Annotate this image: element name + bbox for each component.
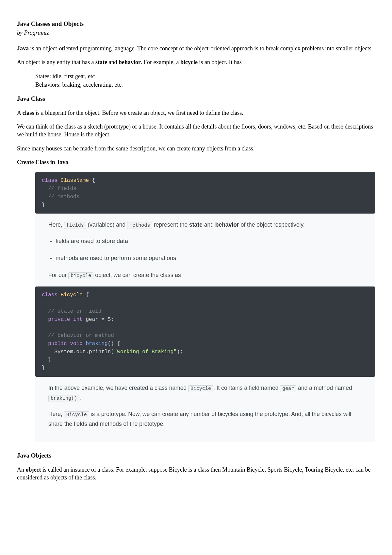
java-class-p2: We can think of the class as a sketch (p… (17, 123, 375, 139)
code1-kw: class (42, 178, 57, 183)
panel1-behavior: behavior (215, 221, 239, 228)
panel-list: fields are used to store data methods ar… (48, 236, 362, 263)
panel1-a: Here, (48, 221, 64, 228)
states-behaviors-block: States: idle, first gear, etc Behaviors:… (35, 72, 375, 89)
panel1-p: Here, fields (variables) and methods rep… (48, 220, 362, 230)
panel2-p: For our bicycle object, we can create th… (48, 270, 362, 280)
states-line: States: idle, first gear, etc (35, 72, 375, 80)
c2-l8: } (42, 357, 51, 363)
inline-code-gear: gear (280, 385, 296, 392)
intro-p2-b: . For example, a (141, 59, 180, 65)
inline-code-methods: methods (127, 222, 152, 229)
panel2-b: object, we can create the class as (93, 272, 181, 278)
object-bold: object (26, 466, 41, 473)
code1-cls: ClassName (57, 178, 92, 183)
inline-code-bicycle: bicycle (68, 272, 93, 279)
panel3-p: In the above example, we have created a … (48, 383, 362, 403)
inline-code-bicycle3: Bicycle (64, 411, 89, 418)
tutorial-panel: class ClassName { // fields // methods }… (35, 172, 375, 442)
java-class-heading: Java Class (17, 95, 375, 103)
intro-paragraph-2: An object is any entity that has a state… (17, 58, 375, 66)
code1-open: { (92, 178, 95, 183)
intro-p2-c: is an object. It has (198, 59, 242, 65)
doc-byline: by Programiz (17, 29, 375, 37)
bicycle-bold: bicycle (180, 59, 198, 65)
behavior-bold: behavior (119, 59, 141, 65)
create-class-heading: Create Class in Java (17, 158, 375, 166)
c2-l1-cls: Bicycle (57, 292, 86, 298)
state-bold: state (95, 59, 107, 65)
java-bold: Java (17, 45, 29, 52)
code1-c2: // methods (42, 194, 79, 200)
list-item-fields: fields are used to store data (56, 236, 362, 246)
c2-l9: } (42, 365, 45, 371)
java-class-p1: A class is a blueprint for the object. B… (17, 109, 375, 117)
code1-close: } (42, 202, 45, 208)
c2-c1: // state or field (42, 308, 101, 314)
c2-l3-rest: gear = 5; (83, 317, 114, 322)
panel1-state: state (189, 221, 203, 228)
c2-l7-str: "Working of Braking" (114, 349, 177, 355)
panel4-p: Here, Bicycle is a prototype. Now, we ca… (48, 409, 362, 429)
document-page: Java Classes and Objects by Programiz Ja… (0, 0, 392, 555)
intro-paragraph-1: Java is an object-oriented programming l… (17, 44, 375, 52)
code-block-1: class ClassName { // fields // methods } (35, 172, 375, 214)
c2-l6-kw1: public (42, 341, 67, 347)
intro-p2-a: An object is any entity that has a (17, 59, 95, 65)
doc-title: Java Classes and Objects (17, 20, 375, 28)
panel4-b: is a prototype. Now, we can create any n… (48, 411, 351, 427)
panel3-a: In the above example, we have created a … (48, 385, 188, 391)
panel1-d: and (203, 221, 215, 228)
panel4-a: Here, (48, 411, 64, 417)
java-class-p3: Since many houses can be made from the s… (17, 145, 375, 152)
inline-code-braking: braking() (48, 395, 79, 402)
java-objects-p1: An object is called an instance of a cla… (17, 466, 375, 482)
java-objects-heading: Java Objects (17, 451, 375, 460)
jc-p1-a: A (17, 110, 23, 116)
panel3-b: . It contains a field named (213, 385, 280, 391)
c2-l6-kw2: void (67, 341, 83, 347)
c2-l7-a: System.out.println( (42, 349, 114, 355)
c2-l6-fn: braking (83, 341, 108, 347)
panel3-c: and a method named (296, 385, 352, 391)
c2-l3-kw1: private (42, 317, 70, 322)
panel1-c: represent the (152, 221, 189, 228)
jo-p1-a: An (17, 466, 26, 473)
behaviors-line: Behaviors: braking, accelerating, etc. (35, 81, 375, 89)
panel1-e: of the object respectively. (239, 221, 305, 228)
c2-l6-rest: () { (108, 341, 120, 347)
panel2-a: For our (48, 272, 68, 278)
c2-l1-kw: class (42, 292, 57, 298)
intro-p1-rest: is an object-oriented programming langua… (29, 45, 373, 52)
code-block-2: class Bicycle { // state or field privat… (35, 286, 375, 377)
panel1-b: (variables) and (86, 221, 127, 228)
c2-c2: // behavior or method (42, 333, 114, 338)
panel-text-2: In the above example, we have created a … (35, 383, 375, 428)
c2-l7-b: ); (177, 349, 183, 355)
list-item-methods: methods are used to perform some operati… (56, 253, 362, 263)
code1-c1: // fields (42, 186, 76, 192)
jc-p1-b: is a blueprint for the object. Before we… (34, 110, 243, 116)
c2-l1-open: { (86, 292, 89, 298)
panel-text-1: Here, fields (variables) and methods rep… (35, 220, 375, 280)
inline-code-bicycle2: Bicycle (188, 385, 213, 392)
jo-p1-b: is called an instance of a class. For ex… (17, 466, 371, 481)
class-bold: class (23, 110, 34, 116)
c2-l3-kw2: int (70, 317, 82, 322)
intro-p2-and: and (107, 59, 119, 65)
inline-code-fields: fields (64, 222, 86, 229)
panel3-d: . (79, 394, 81, 401)
